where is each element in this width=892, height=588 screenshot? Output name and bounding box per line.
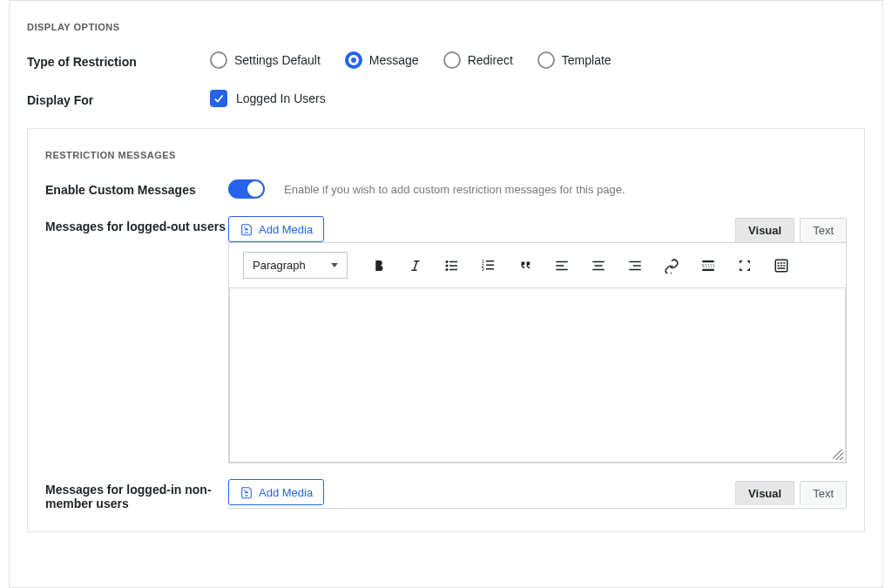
read-more-button[interactable] [699,257,717,274]
row-display-for: Display For Logged In Users [10,83,882,121]
svg-point-5 [446,268,449,271]
radio-settings-default[interactable]: Settings Default [210,51,321,69]
svg-rect-6 [449,268,457,270]
radio-group-type: Settings Default Message Redirect Templa… [210,51,865,69]
link-button[interactable] [663,257,680,274]
editor-header: Add Media Visual Text [228,216,847,242]
svg-rect-12 [486,268,494,270]
media-icon [240,485,253,499]
svg-point-33 [244,490,246,491]
bold-button[interactable] [370,257,388,274]
svg-rect-2 [449,260,457,262]
svg-rect-30 [780,265,782,267]
svg-rect-32 [778,267,786,269]
bulleted-list-button[interactable] [443,257,461,274]
tab-visual[interactable]: Visual [735,481,794,505]
svg-rect-29 [778,265,780,267]
svg-rect-10 [486,264,494,266]
svg-rect-26 [778,262,780,264]
label-display-for: Display For [27,90,210,107]
svg-rect-27 [780,262,782,264]
italic-button[interactable] [407,257,424,274]
svg-rect-28 [783,262,785,264]
row-enable-custom: Enable Custom Messages Enable if you wis… [28,172,864,213]
panel-restriction-messages: RESTRICTION MESSAGES Enable Custom Messa… [27,128,865,532]
toolbar-icons: 123 [370,257,790,274]
svg-rect-24 [702,268,714,270]
editor-body: Paragraph 123 [228,242,847,463]
svg-point-3 [446,264,449,267]
radio-label: Message [369,53,419,67]
svg-rect-14 [556,265,564,267]
display-for-content: Logged In Users [210,90,865,107]
editor-area-1: Add Media Visual Text Paragraph [228,216,847,463]
svg-text:3: 3 [482,267,484,272]
label-enable-custom: Enable Custom Messages [45,179,228,197]
editor-area-2: Add Media Visual Text [228,479,847,509]
tab-visual[interactable]: Visual [735,218,794,242]
radio-label: Settings Default [234,53,321,67]
svg-rect-16 [592,260,605,262]
fullscreen-button[interactable] [736,257,753,274]
toggle-enable-custom[interactable] [228,179,265,199]
svg-rect-4 [449,265,457,267]
svg-point-1 [446,260,449,263]
svg-rect-31 [783,265,785,267]
svg-rect-23 [702,264,714,266]
help-text-enable-custom: Enable if you wish to add custom restric… [284,183,625,196]
label-editor-logged-out: Messages for logged-out users [45,216,228,233]
editor-tabs: Visual Text [735,218,847,242]
svg-rect-13 [556,260,568,262]
label-type-of-restriction: Type of Restriction [27,51,210,69]
add-media-label: Add Media [259,223,313,236]
align-right-button[interactable] [626,257,644,274]
radio-label: Template [562,53,612,67]
editor-header: Add Media Visual Text [228,479,847,505]
editor-content-area[interactable] [229,288,846,463]
svg-rect-21 [629,268,641,270]
editor-row-logged-out: Messages for logged-out users Add Media … [28,213,864,476]
blockquote-button[interactable] [517,257,534,274]
editor-toolbar: Paragraph 123 [229,243,846,288]
section-header-restriction-messages: RESTRICTION MESSAGES [28,129,864,172]
chevron-down-icon [331,263,338,267]
checkbox-logged-in-users[interactable]: Logged In Users [210,90,326,107]
add-media-button[interactable]: Add Media [228,479,324,505]
radio-circle-icon [210,51,227,69]
svg-rect-22 [702,260,714,262]
resize-handle-icon[interactable] [833,449,843,460]
row-type-of-restriction: Type of Restriction Settings Default Mes… [10,44,882,83]
svg-rect-8 [486,260,494,262]
svg-rect-20 [633,265,641,267]
checkmark-icon [210,90,227,107]
checkbox-label: Logged In Users [236,91,326,105]
label-editor-logged-in-nonmember: Messages for logged-in non-member users [45,479,228,510]
align-center-button[interactable] [590,257,607,274]
add-media-label: Add Media [259,486,313,499]
svg-rect-15 [556,268,568,270]
radio-circle-icon [537,51,555,69]
editor-tabs: Visual Text [735,481,847,505]
radio-redirect[interactable]: Redirect [443,51,513,69]
radio-circle-icon [443,51,461,69]
svg-rect-19 [629,260,641,262]
paragraph-select[interactable]: Paragraph [243,252,348,279]
svg-rect-18 [592,268,605,270]
numbered-list-button[interactable]: 123 [480,257,497,274]
radio-message[interactable]: Message [345,51,419,69]
tab-text[interactable]: Text [800,481,847,505]
align-left-button[interactable] [553,257,571,274]
section-header-display-options: DISPLAY OPTIONS [10,1,882,44]
radio-circle-icon [345,51,362,69]
radio-label: Redirect [468,53,513,67]
editor-row-logged-in-nonmember: Messages for logged-in non-member users … [28,476,864,523]
toolbar-toggle-button[interactable] [773,257,790,274]
paragraph-select-label: Paragraph [253,259,306,272]
tab-text[interactable]: Text [800,218,847,242]
svg-point-0 [244,226,246,228]
svg-rect-17 [595,265,603,267]
radio-template[interactable]: Template [537,51,612,69]
editor-body [228,505,847,509]
add-media-button[interactable]: Add Media [228,216,324,242]
settings-container: DISPLAY OPTIONS Type of Restriction Sett… [9,0,883,588]
